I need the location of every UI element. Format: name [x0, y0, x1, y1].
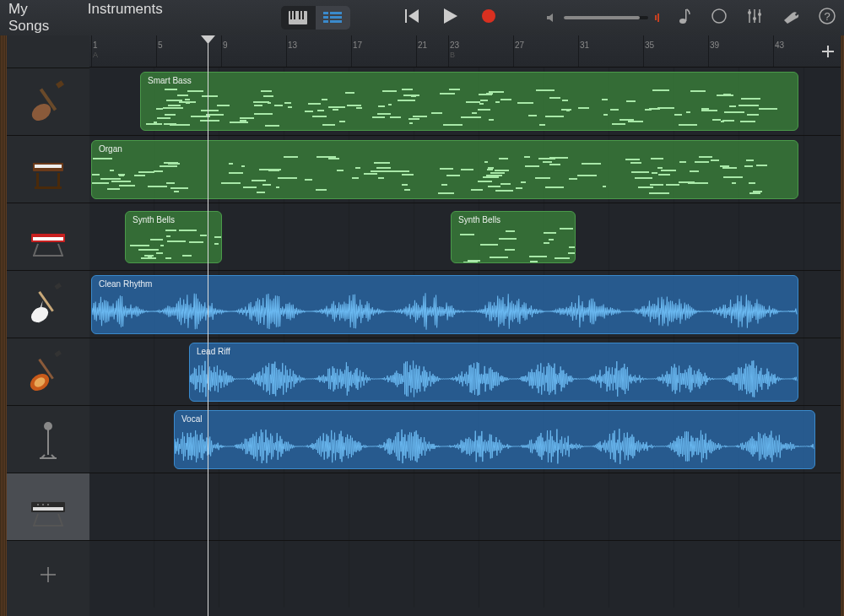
track-head-vocal[interactable] [7, 405, 89, 473]
region-midi[interactable]: Synth Bells [125, 211, 222, 263]
track-lane[interactable] [89, 540, 841, 608]
region-label: Synth Bells [458, 215, 568, 224]
help-icon: ? [819, 8, 836, 24]
volume-limit-icon [655, 13, 662, 23]
tracks-view-button[interactable] [316, 6, 350, 30]
svg-rect-8 [330, 16, 342, 19]
svg-rect-38 [33, 237, 63, 240]
add-track-button[interactable] [7, 540, 89, 608]
svg-text:?: ? [824, 10, 830, 23]
right-gutter [841, 35, 844, 616]
svg-rect-3 [299, 11, 300, 19]
mixer-button[interactable] [746, 8, 763, 28]
svg-rect-10 [330, 20, 342, 23]
play-button[interactable] [444, 8, 457, 27]
timeline[interactable]: 1A5913172123B2731353943 Smart BassOrganS… [89, 35, 841, 616]
track-lane[interactable] [89, 473, 841, 540]
region-label: Synth Bells [133, 215, 214, 224]
ruler-tick: 23B [450, 41, 459, 59]
settings-button[interactable] [782, 8, 800, 27]
rewind-button[interactable] [405, 9, 420, 26]
guitar-sunburst-icon [23, 347, 73, 397]
right-toolbar: ? [679, 8, 836, 28]
region-label: Clean Rhythm [99, 279, 791, 289]
track-lane[interactable]: Synth BellsSynth Bells [89, 203, 841, 270]
view-toggle [281, 6, 350, 30]
svg-rect-9 [323, 20, 328, 23]
svg-point-42 [28, 304, 51, 326]
svg-line-60 [58, 514, 62, 526]
help-button[interactable]: ? [819, 8, 836, 28]
my-songs-link[interactable]: My Songs [8, 1, 69, 35]
top-bar: My Songs Instruments [0, 0, 844, 35]
region-midi[interactable]: Smart Bass [140, 72, 798, 131]
master-volume[interactable] [547, 13, 662, 23]
region-audio[interactable]: Lead Riff [189, 343, 798, 402]
note-editor-button[interactable] [679, 8, 692, 28]
track-lane[interactable]: Vocal [89, 405, 841, 473]
ruler-tick: 13 [288, 41, 297, 50]
region-midi[interactable]: Synth Bells [451, 211, 576, 263]
ruler-tick: 35 [645, 41, 654, 50]
svg-line-40 [58, 244, 62, 256]
svg-rect-48 [54, 350, 62, 357]
piano-view-button[interactable] [281, 6, 316, 30]
track-lane[interactable]: Organ [89, 135, 841, 203]
svg-rect-36 [35, 186, 62, 189]
ruler-tick: 21 [418, 41, 427, 50]
svg-marker-12 [408, 9, 419, 23]
track-head-organ[interactable] [7, 135, 89, 203]
ruler-tick: 1A [93, 41, 98, 59]
svg-point-58 [47, 504, 49, 505]
svg-rect-33 [35, 165, 62, 168]
organ-icon [23, 144, 73, 195]
track-head-bass[interactable] [7, 68, 89, 135]
guitar-white-icon [23, 279, 73, 330]
bar-ruler[interactable]: 1A5913172123B2731353943 [89, 35, 841, 68]
record-button[interactable] [481, 8, 496, 27]
svg-rect-35 [57, 173, 60, 188]
instruments-link[interactable]: Instruments [88, 1, 163, 35]
svg-rect-55 [33, 507, 63, 511]
svg-rect-4 [302, 11, 304, 19]
left-gutter [0, 35, 7, 616]
loop-button[interactable] [711, 8, 728, 28]
svg-marker-15 [547, 14, 553, 22]
keyboard-red-icon [23, 212, 73, 262]
ruler-tick: 17 [353, 41, 362, 50]
region-label: Smart Bass [148, 76, 791, 85]
add-section-button[interactable] [819, 42, 837, 61]
track-lane[interactable]: Smart Bass [89, 68, 841, 135]
svg-rect-44 [54, 283, 62, 289]
track-lane[interactable]: Clean Rhythm [89, 270, 841, 338]
svg-rect-16 [655, 15, 657, 20]
plus-icon [820, 44, 836, 59]
note-icon [679, 8, 692, 24]
region-audio[interactable]: Clean Rhythm [91, 275, 798, 334]
track-head-synth-bells[interactable] [7, 203, 89, 270]
bass-guitar-icon [23, 77, 73, 127]
ruler-tick: 31 [580, 41, 589, 50]
plus-icon [37, 564, 59, 586]
track-head-synth[interactable] [7, 473, 89, 540]
svg-rect-1 [290, 11, 292, 19]
track-head-clean-rhythm[interactable] [7, 270, 89, 338]
ruler-tick: 27 [515, 41, 524, 50]
tracks-icon [323, 12, 342, 24]
ruler-tick: 39 [710, 41, 719, 50]
region-midi[interactable]: Organ [91, 140, 798, 199]
track-head-lead-riff[interactable] [7, 338, 89, 405]
svg-rect-6 [330, 12, 342, 14]
svg-point-56 [37, 504, 39, 505]
piano-icon [289, 11, 307, 24]
svg-line-59 [34, 514, 38, 526]
svg-point-25 [753, 17, 756, 20]
volume-slider[interactable] [564, 16, 648, 19]
region-audio[interactable]: Vocal [174, 410, 815, 469]
play-icon [444, 8, 457, 24]
mic-stand-icon [23, 414, 73, 465]
track-lane[interactable]: Lead Riff [89, 338, 841, 405]
svg-point-49 [44, 422, 52, 430]
track-lanes: Smart BassOrganSynth BellsSynth BellsCle… [89, 68, 841, 608]
mixer-icon [746, 8, 763, 24]
